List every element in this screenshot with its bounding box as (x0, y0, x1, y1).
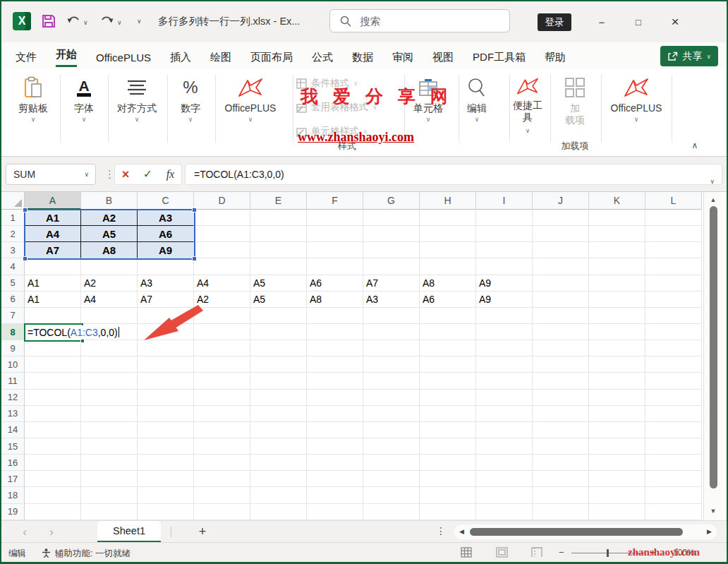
cell-K3[interactable] (589, 242, 645, 258)
row-header-13[interactable]: 13 (1, 406, 25, 422)
cell-G4[interactable] (363, 258, 420, 275)
cell-B7[interactable] (81, 308, 138, 324)
cell-G2[interactable] (363, 226, 420, 242)
cell-D3[interactable] (194, 242, 250, 258)
cell-F11[interactable] (307, 373, 363, 389)
cell-D11[interactable] (194, 373, 250, 389)
cell-F17[interactable] (307, 471, 363, 487)
cell-B19[interactable] (81, 504, 138, 520)
cell-J2[interactable] (533, 226, 589, 242)
cell-C12[interactable] (138, 390, 194, 406)
cell-B10[interactable] (81, 356, 138, 373)
row-header-1[interactable]: 1 (1, 210, 25, 226)
tab-file[interactable]: 文件 (16, 48, 37, 64)
column-header-D[interactable]: D (194, 192, 250, 210)
font-group-button[interactable]: A 字体 ∨ (61, 73, 107, 123)
cell-L2[interactable] (645, 226, 702, 242)
cell-K4[interactable] (589, 258, 645, 275)
cell-F14[interactable] (307, 422, 363, 438)
cell-L6[interactable] (645, 292, 702, 308)
cell-K14[interactable] (589, 422, 645, 438)
cell-D15[interactable] (194, 438, 250, 455)
cell-D18[interactable] (194, 487, 250, 503)
cell-C15[interactable] (138, 438, 194, 455)
cell-G14[interactable] (363, 422, 420, 438)
cell-H15[interactable] (420, 438, 476, 455)
close-button[interactable]: × (657, 1, 693, 42)
maximize-button[interactable]: □ (621, 1, 656, 42)
cell-G13[interactable] (363, 406, 420, 422)
cell-G5[interactable]: A7 (363, 275, 420, 292)
cell-K6[interactable] (589, 292, 645, 308)
cell-F2[interactable] (307, 226, 363, 242)
cell-B18[interactable] (81, 487, 138, 503)
cell-L15[interactable] (645, 438, 702, 455)
cell-C3[interactable]: A9 (138, 242, 194, 258)
cell-I10[interactable] (476, 356, 533, 373)
enter-icon[interactable]: ✓ (143, 169, 152, 180)
cell-G18[interactable] (363, 487, 420, 503)
officeplus-group-button-left[interactable]: OfficePLUS ∨ (218, 73, 283, 123)
cell-H12[interactable] (420, 390, 476, 406)
horizontal-scrollbar-thumb[interactable] (470, 528, 683, 536)
cell-H6[interactable]: A6 (420, 292, 476, 308)
cell-D19[interactable] (194, 504, 250, 520)
cell-K10[interactable] (589, 356, 645, 373)
search-box[interactable] (329, 9, 510, 32)
cell-I7[interactable] (476, 308, 533, 324)
zoom-slider-thumb[interactable] (607, 549, 609, 557)
page-layout-view-icon[interactable] (494, 547, 509, 560)
row-header-8[interactable]: 8 (1, 324, 25, 340)
tab-view[interactable]: 视图 (432, 48, 454, 64)
cell-D2[interactable] (194, 226, 250, 242)
fill-handle[interactable] (80, 339, 85, 343)
cell-K8[interactable] (589, 324, 645, 340)
cell-J14[interactable] (533, 422, 589, 438)
cell-E17[interactable] (250, 471, 307, 487)
cell-E5[interactable]: A5 (250, 275, 307, 292)
cell-A1[interactable]: A1 (25, 210, 81, 226)
tab-pdf-tools[interactable]: PDF工具箱 (473, 48, 526, 64)
tab-draw[interactable]: 绘图 (210, 48, 231, 64)
cell-E15[interactable] (250, 438, 307, 455)
row-header-3[interactable]: 3 (1, 242, 25, 258)
cell-K11[interactable] (589, 373, 645, 389)
cell-D4[interactable] (194, 258, 250, 275)
cell-J15[interactable] (533, 438, 589, 455)
cell-D16[interactable] (194, 455, 250, 471)
cell-L4[interactable] (645, 258, 702, 275)
number-group-button[interactable]: % 数字 ∨ (167, 73, 214, 123)
cell-F6[interactable]: A8 (307, 292, 363, 308)
cell-K5[interactable] (589, 275, 645, 292)
cell-J10[interactable] (533, 356, 589, 373)
editing-cell-a8[interactable]: =TOCOL(A1:C3,0,0) (24, 323, 83, 342)
cell-G15[interactable] (363, 438, 420, 455)
cell-L19[interactable] (645, 504, 702, 520)
cell-J5[interactable] (533, 275, 589, 292)
undo-chevron-icon[interactable]: ∨ (83, 19, 88, 26)
cell-J9[interactable] (533, 340, 589, 356)
cell-F16[interactable] (307, 455, 363, 471)
cell-C1[interactable]: A3 (138, 210, 194, 226)
column-header-H[interactable]: H (420, 192, 476, 210)
cell-A12[interactable] (25, 390, 81, 406)
cell-E18[interactable] (250, 487, 307, 503)
cell-F7[interactable] (307, 308, 363, 324)
cell-B15[interactable] (81, 438, 138, 455)
cell-D10[interactable] (194, 356, 250, 373)
cell-K15[interactable] (589, 438, 645, 455)
cell-G12[interactable] (363, 390, 420, 406)
clipboard-group-button[interactable]: 剪贴板 ∨ (10, 73, 56, 123)
cell-B16[interactable] (81, 455, 138, 471)
cell-C14[interactable] (138, 422, 194, 438)
cell-L12[interactable] (645, 390, 702, 406)
cell-B14[interactable] (81, 422, 138, 438)
cell-I19[interactable] (476, 504, 533, 520)
cell-A4[interactable] (25, 258, 81, 275)
cell-F15[interactable] (307, 438, 363, 455)
cell-H3[interactable] (420, 242, 476, 258)
cell-A3[interactable]: A7 (25, 242, 81, 258)
cell-I15[interactable] (476, 438, 533, 455)
alignment-group-button[interactable]: 对齐方式 ∨ (112, 73, 162, 123)
cell-C10[interactable] (138, 356, 194, 373)
